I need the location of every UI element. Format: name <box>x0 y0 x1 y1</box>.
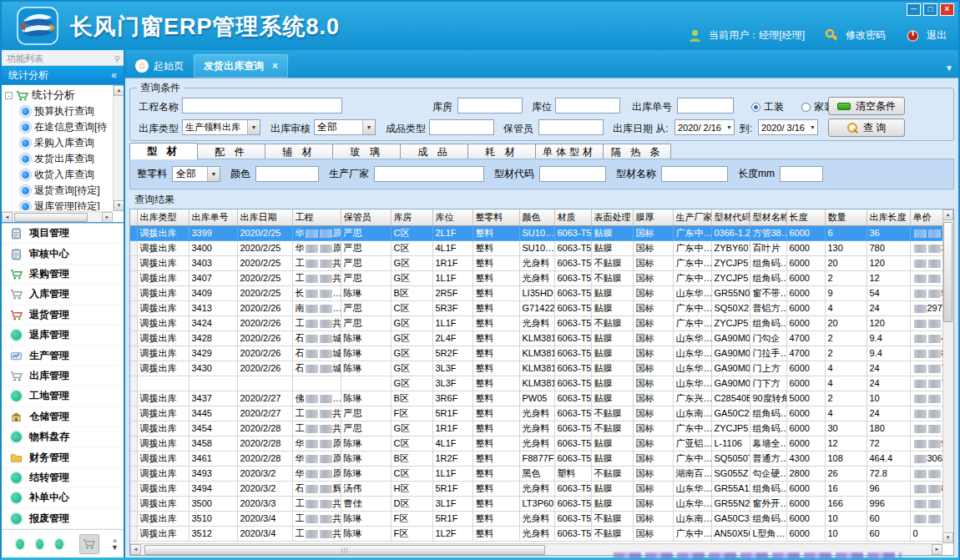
sidebar-item-审核中心[interactable]: 审核中心 <box>2 244 124 264</box>
tree-horizontal-scrollbar[interactable]: ◄ ► <box>2 211 113 222</box>
table-row[interactable]: 调拨出库33992020/2/25华原…严思C区2L1F整料SU10…6063-… <box>130 225 954 240</box>
table-row[interactable]: 调拨出库35102020/3/4工共工程陈琳F区5R1F整料光身料6063-T5… <box>130 511 954 526</box>
tree-hscroll-thumb[interactable] <box>14 213 88 222</box>
grid-hscroll-thumb[interactable]: ||| <box>144 545 545 555</box>
table-row[interactable]: 调拨出库34582020/2/28华原…陈琳C区4L1F整料光身料6063-T5… <box>130 436 954 451</box>
profile-code-input[interactable] <box>539 166 606 182</box>
row-selector[interactable] <box>130 361 137 376</box>
sidebar-item-报废管理[interactable]: 报废管理 <box>2 509 124 529</box>
table-row[interactable]: 调拨出库34302020/2/26石城陈琳G区3L3F整料KLM38176063… <box>130 361 954 376</box>
keeper-input[interactable] <box>538 119 604 135</box>
sidebar-item-出库管理[interactable]: 出库管理 <box>2 366 124 386</box>
column-header[interactable]: 材质 <box>554 209 591 225</box>
table-row[interactable]: 调拨出库34032020/2/25工共工程严思G区1R1F整料光身料6063-T… <box>130 255 954 270</box>
column-header[interactable]: 长度 <box>786 209 825 225</box>
sidebar-item-财务管理[interactable]: 财务管理 <box>2 447 124 467</box>
date-to-select[interactable]: 2020/ 3/16▼ <box>758 119 818 135</box>
footer-module-icon[interactable] <box>55 539 63 549</box>
sidebar-item-采购管理[interactable]: 采购管理 <box>2 265 124 285</box>
material-tab[interactable]: 隔 热 条 <box>603 144 671 159</box>
table-row[interactable]: 调拨出库34372020/2/27佛…陈琳B区3R6F整料PW056063-T5… <box>130 391 954 406</box>
tree-item[interactable]: 预算执行查询 <box>3 103 113 119</box>
row-selector[interactable] <box>130 376 137 391</box>
scroll-right-icon[interactable]: ► <box>102 212 113 223</box>
project-name-input[interactable] <box>182 98 342 114</box>
table-row[interactable]: 调拨出库34452020/2/27工共工程严思F区5R1F整料光身料6063-T… <box>130 406 954 421</box>
row-selector[interactable] <box>130 406 137 421</box>
column-header[interactable]: 整零料 <box>472 209 519 225</box>
sidebar-item-生产管理[interactable]: 生产管理 <box>2 346 124 366</box>
row-selector[interactable] <box>130 285 137 300</box>
column-header[interactable]: 工程 <box>292 209 341 225</box>
table-row[interactable]: 调拨出库34072020/2/25工共工程严思G区1L1F整料光身料6063-T… <box>130 270 954 285</box>
row-selector[interactable] <box>130 255 137 270</box>
row-selector[interactable] <box>130 225 137 240</box>
sidebar-item-工地管理[interactable]: 工地管理 <box>2 386 124 406</box>
collapse-icon[interactable]: « <box>111 69 117 81</box>
close-button[interactable]: × <box>940 3 954 16</box>
tree-item[interactable]: 采购入库查询 <box>3 135 113 151</box>
column-header[interactable]: 型材代码 <box>711 209 750 225</box>
material-tab[interactable]: 单体型材 <box>535 144 604 159</box>
column-header[interactable]: 型材名称 <box>750 209 786 225</box>
table-row[interactable]: 调拨出库35122020/3/4工共工程陈琳F区1L2F整料光身料6063-T5… <box>130 526 954 541</box>
color-input[interactable] <box>255 166 319 182</box>
tab-home[interactable]: ⌂ 起始页 <box>125 54 194 78</box>
material-tab[interactable]: 配 件 <box>197 144 265 159</box>
sidebar-item-结转管理[interactable]: 结转管理 <box>2 468 124 488</box>
table-row[interactable]: G区3L3F整料KLM38176063-T5贴膜国标山东华…GA90M09.门下… <box>130 376 954 391</box>
out-audit-select[interactable]: 全部▼ <box>314 119 376 135</box>
material-tab[interactable]: 型 材 <box>129 143 198 159</box>
scroll-up-icon[interactable]: ▲ <box>942 209 953 220</box>
scroll-down-icon[interactable]: ▼ <box>114 200 124 211</box>
column-header[interactable]: 出库日期 <box>237 209 292 225</box>
row-selector[interactable] <box>130 481 137 496</box>
table-row[interactable]: 调拨出库34292020/2/26石城陈琳G区5R2F整料KLM38176063… <box>130 346 954 361</box>
search-button[interactable]: 查 询 <box>828 119 905 137</box>
sidebar-item-物料盘存[interactable]: 物料盘存 <box>2 427 124 447</box>
minimize-button[interactable]: ─ <box>907 3 921 16</box>
length-input[interactable] <box>780 166 823 182</box>
product-type-input[interactable] <box>429 119 494 135</box>
pin-icon[interactable]: ⚲ <box>114 54 120 63</box>
sidebar-item-补单中心[interactable]: 补单中心 <box>2 488 124 508</box>
footer-cart-button[interactable] <box>79 534 99 554</box>
table-row[interactable]: 调拨出库34132020/2/26南…严思C区5R3F整料G714226063-… <box>130 300 954 315</box>
column-header[interactable]: 出库单号 <box>189 209 237 225</box>
column-header[interactable]: 数量 <box>825 209 867 225</box>
row-selector[interactable] <box>130 421 137 436</box>
scroll-right-icon[interactable]: ► <box>932 544 942 555</box>
table-row[interactable]: 调拨出库34092020/2/25长…陈琳B区2R5F整料LI35HD6063-… <box>130 285 954 300</box>
location-input[interactable] <box>555 98 620 114</box>
sidebar-item-退库管理[interactable]: 退库管理 <box>2 325 124 346</box>
row-selector[interactable] <box>130 466 137 481</box>
scroll-down-icon[interactable]: ▼ <box>942 532 953 543</box>
column-header[interactable]: 膜厚 <box>633 209 673 225</box>
scroll-left-icon[interactable]: ◄ <box>2 212 13 223</box>
tree-item[interactable]: 在途信息查询[待 <box>3 119 113 135</box>
tab-shipment-outbound-query[interactable]: 发货出库查询 × <box>194 54 288 78</box>
scroll-up-icon[interactable]: ▲ <box>114 85 124 96</box>
material-tab[interactable]: 辅 材 <box>265 144 333 159</box>
order-no-input[interactable] <box>677 98 734 114</box>
row-selector[interactable] <box>130 270 137 285</box>
maximize-button[interactable]: □ <box>923 3 937 16</box>
row-selector[interactable] <box>130 330 137 346</box>
sidebar-item-仓储管理[interactable]: 仓储管理 <box>2 407 124 427</box>
table-row[interactable]: 调拨出库34942020/3/2石辉城汤伟H区5R1F整料光身料6063-T5贴… <box>130 481 954 496</box>
table-row[interactable]: 调拨出库34932020/3/2华原…陈琳C区1L1F整料黑色塑料不贴膜国标湖南… <box>130 466 954 481</box>
row-selector[interactable] <box>130 315 137 330</box>
tree-expander-icon[interactable]: - <box>5 92 13 99</box>
sidebar-item-退货管理[interactable]: 退货管理 <box>2 305 124 325</box>
tab-close-icon[interactable]: × <box>272 60 278 72</box>
sidebar-item-项目管理[interactable]: 项目管理 <box>2 224 124 244</box>
radio-gongzhuang[interactable]: 工装 <box>751 100 784 114</box>
row-selector[interactable] <box>130 451 137 466</box>
table-row[interactable]: 调拨出库35002020/3/3工共工程曹佳D区3L1F整料LT3P606063… <box>130 496 954 511</box>
logout-link[interactable]: 退出 <box>927 28 947 43</box>
scroll-left-icon[interactable]: ◄ <box>130 544 141 555</box>
column-header[interactable]: 颜色 <box>519 209 554 225</box>
row-selector[interactable] <box>130 511 137 526</box>
tree-item[interactable]: 退货查询[待定] <box>3 183 113 199</box>
tree-item[interactable]: 发货出库查询 <box>3 151 113 167</box>
